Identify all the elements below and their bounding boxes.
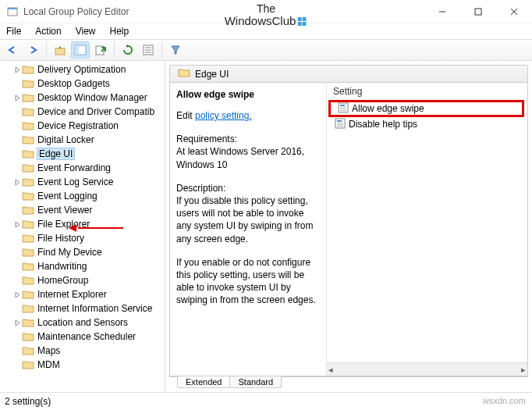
tree-item-label: Digital Locker — [37, 134, 94, 145]
menu-help[interactable]: Help — [110, 26, 129, 37]
svg-rect-7 — [302, 17, 306, 21]
setting-label: Allow edge swipe — [352, 103, 424, 114]
expand-icon[interactable] — [12, 66, 22, 73]
tree-item-label: Internet Explorer — [37, 289, 107, 300]
svg-rect-8 — [297, 22, 301, 26]
expand-icon[interactable] — [12, 221, 22, 228]
menu-action[interactable]: Action — [35, 26, 61, 37]
refresh-button[interactable] — [119, 41, 137, 59]
content-area: Delivery OptimizationDesktop GadgetsDesk… — [0, 61, 532, 392]
svg-rect-3 — [475, 9, 481, 15]
tree-item-label: Edge UI — [37, 148, 74, 159]
expand-icon[interactable] — [12, 319, 22, 326]
folder-icon — [22, 359, 34, 370]
menu-view[interactable]: View — [76, 26, 96, 37]
folder-icon — [22, 331, 34, 342]
tree-pane[interactable]: Delivery OptimizationDesktop GadgetsDesk… — [0, 61, 165, 392]
tree-item[interactable]: Find My Device — [0, 245, 165, 259]
show-hide-tree-button[interactable] — [71, 41, 90, 59]
edit-line: Edit policy setting. — [176, 109, 320, 122]
scroll-left-icon[interactable]: ◂ — [328, 365, 333, 375]
description-2: If you enable or do not configure this p… — [176, 256, 320, 307]
tree-item-label: Event Log Service — [37, 176, 113, 187]
minimize-button[interactable] — [424, 0, 460, 23]
filter-button[interactable] — [166, 41, 185, 59]
setting-row[interactable]: Allow edge swipe — [330, 102, 523, 116]
details-pane: Edge UI Allow edge swipe Edit policy set… — [165, 61, 532, 392]
forward-button[interactable] — [23, 41, 42, 59]
tree-item[interactable]: Desktop Gadgets — [0, 77, 165, 91]
properties-button[interactable] — [139, 41, 158, 59]
folder-icon — [22, 191, 34, 201]
tree-item-label: Internet Information Service — [37, 303, 152, 314]
folder-icon — [22, 64, 34, 75]
tree-item[interactable]: Device Registration — [0, 119, 165, 133]
svg-rect-24 — [337, 120, 342, 122]
tree-item-label: Location and Sensors — [37, 317, 128, 328]
tree-item[interactable]: Desktop Window Manager — [0, 91, 165, 105]
tree-item-label: Event Logging — [37, 191, 98, 201]
tree-item-label: Maps — [37, 345, 60, 356]
export-button[interactable] — [91, 41, 110, 59]
tree-item[interactable]: Handwriting — [0, 259, 165, 273]
location-title: Edge UI — [195, 69, 229, 80]
location-header: Edge UI — [169, 65, 528, 83]
menu-file[interactable]: File — [6, 26, 21, 37]
expand-icon[interactable] — [12, 94, 22, 102]
app-icon — [6, 5, 19, 18]
folder-icon — [22, 176, 34, 187]
tab-standard[interactable]: Standard — [229, 376, 282, 388]
expand-icon[interactable] — [12, 179, 22, 186]
toolbar — [0, 39, 532, 61]
svg-rect-6 — [297, 17, 301, 21]
policy-icon — [338, 102, 349, 116]
horizontal-scrollbar[interactable]: ◂ ▸ — [327, 362, 527, 376]
status-bar: 2 setting(s) — [0, 392, 532, 409]
up-button[interactable] — [51, 41, 69, 59]
tree-item-label: Device Registration — [37, 120, 119, 131]
brand-bottom: WindowsClub — [225, 15, 308, 27]
tree-item[interactable]: MDM — [0, 358, 165, 372]
tree-item[interactable]: Event Logging — [0, 189, 165, 203]
setting-heading: Allow edge swipe — [176, 89, 320, 100]
svg-rect-9 — [302, 22, 306, 26]
view-tabs: Extended Standard — [169, 376, 528, 392]
setting-row[interactable]: Disable help tips — [327, 117, 527, 131]
tree-item[interactable]: Internet Explorer — [0, 287, 165, 301]
maximize-button[interactable] — [460, 0, 496, 23]
expand-icon[interactable] — [12, 291, 22, 298]
tab-extended[interactable]: Extended — [177, 376, 230, 388]
tree-item-label: Event Forwarding — [37, 162, 111, 173]
folder-icon — [178, 67, 190, 80]
tree-item[interactable]: Digital Locker — [0, 133, 165, 147]
tree-item[interactable]: Maintenance Scheduler — [0, 330, 165, 344]
policy-icon — [335, 118, 346, 131]
requirements: Requirements:At least Windows Server 201… — [176, 133, 320, 171]
close-button[interactable] — [496, 0, 532, 23]
tree-item[interactable]: Event Log Service — [0, 175, 165, 189]
tree-item[interactable]: Edge UI — [0, 147, 165, 161]
scroll-right-icon[interactable]: ▸ — [521, 365, 526, 375]
folder-icon — [22, 92, 34, 103]
setting-label: Disable help tips — [349, 119, 417, 130]
tree-item[interactable]: Event Viewer — [0, 203, 165, 217]
settings-header[interactable]: Setting — [327, 83, 527, 100]
tree-item[interactable]: Delivery Optimization — [0, 62, 165, 77]
tree-item[interactable]: Maps — [0, 344, 165, 358]
tree-item[interactable]: Event Forwarding — [0, 161, 165, 175]
folder-icon — [22, 120, 34, 131]
folder-icon — [22, 303, 34, 314]
tree-item[interactable]: Location and Sensors — [0, 316, 165, 330]
tree-item-label: Maintenance Scheduler — [37, 331, 136, 342]
back-button[interactable] — [3, 41, 22, 59]
annotation-arrow — [78, 219, 120, 236]
brand-top: The — [225, 3, 308, 15]
tree-item[interactable]: HomeGroup — [0, 273, 165, 287]
edit-policy-link[interactable]: policy setting. — [195, 110, 252, 121]
tree-item[interactable]: Internet Information Service — [0, 301, 165, 316]
folder-icon — [22, 148, 34, 159]
folder-icon — [22, 275, 34, 286]
folder-icon — [22, 233, 34, 244]
tree-item[interactable]: Device and Driver Compatib — [0, 105, 165, 119]
folder-icon — [22, 106, 34, 117]
